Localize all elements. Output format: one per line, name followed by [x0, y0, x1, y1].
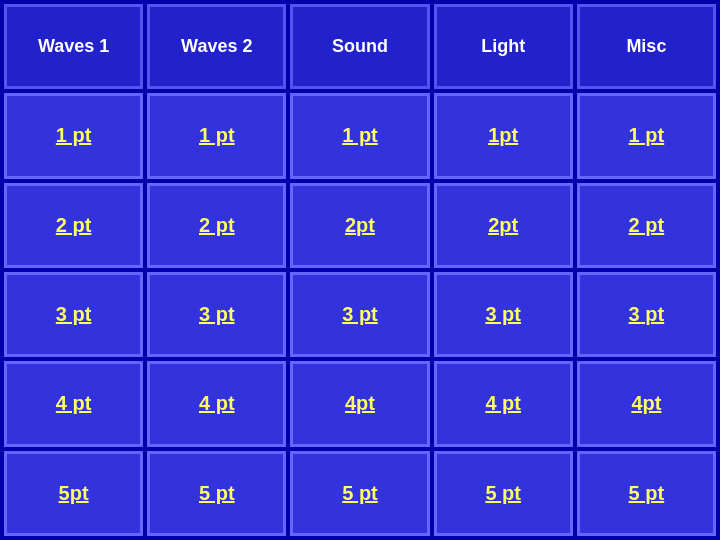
cell-row5-col4[interactable]: 5 pt [577, 451, 716, 536]
cell-row4-col1[interactable]: 4 pt [147, 361, 286, 446]
cell-label-row3-col1: 3 pt [199, 303, 235, 326]
cell-row5-col2[interactable]: 5 pt [290, 451, 429, 536]
cell-label-row4-col0: 4 pt [56, 392, 92, 415]
cell-label-row5-col3: 5 pt [485, 482, 521, 505]
cell-label-row2-col0: 2 pt [56, 214, 92, 237]
header-label-4: Misc [626, 36, 666, 57]
header-label-3: Light [481, 36, 525, 57]
cell-label-row1-col0: 1 pt [56, 124, 92, 147]
cell-label-row3-col4: 3 pt [629, 303, 665, 326]
cell-label-row1-col1: 1 pt [199, 124, 235, 147]
cell-label-row4-col2: 4pt [345, 392, 375, 415]
header-label-0: Waves 1 [38, 36, 109, 57]
cell-row5-col0[interactable]: 5pt [4, 451, 143, 536]
cell-row1-col4[interactable]: 1 pt [577, 93, 716, 178]
cell-row1-col2[interactable]: 1 pt [290, 93, 429, 178]
cell-label-row2-col4: 2 pt [629, 214, 665, 237]
cell-label-row2-col3: 2pt [488, 214, 518, 237]
cell-label-row3-col2: 3 pt [342, 303, 378, 326]
header-label-2: Sound [332, 36, 388, 57]
header-cell-1: Waves 2 [147, 4, 286, 89]
cell-row3-col1[interactable]: 3 pt [147, 272, 286, 357]
cell-label-row4-col3: 4 pt [485, 392, 521, 415]
cell-row4-col3[interactable]: 4 pt [434, 361, 573, 446]
cell-row5-col1[interactable]: 5 pt [147, 451, 286, 536]
cell-row4-col4[interactable]: 4pt [577, 361, 716, 446]
cell-row3-col3[interactable]: 3 pt [434, 272, 573, 357]
cell-row1-col3[interactable]: 1pt [434, 93, 573, 178]
cell-label-row2-col1: 2 pt [199, 214, 235, 237]
header-cell-0: Waves 1 [4, 4, 143, 89]
cell-label-row1-col2: 1 pt [342, 124, 378, 147]
cell-label-row5-col2: 5 pt [342, 482, 378, 505]
cell-row5-col3[interactable]: 5 pt [434, 451, 573, 536]
header-cell-3: Light [434, 4, 573, 89]
cell-label-row1-col4: 1 pt [629, 124, 665, 147]
cell-label-row5-col4: 5 pt [629, 482, 665, 505]
cell-label-row4-col4: 4pt [631, 392, 661, 415]
cell-label-row3-col0: 3 pt [56, 303, 92, 326]
cell-row3-col4[interactable]: 3 pt [577, 272, 716, 357]
header-label-1: Waves 2 [181, 36, 252, 57]
cell-row2-col0[interactable]: 2 pt [4, 183, 143, 268]
cell-row2-col4[interactable]: 2 pt [577, 183, 716, 268]
cell-label-row3-col3: 3 pt [485, 303, 521, 326]
cell-row4-col2[interactable]: 4pt [290, 361, 429, 446]
header-cell-4: Misc [577, 4, 716, 89]
cell-label-row4-col1: 4 pt [199, 392, 235, 415]
cell-row3-col0[interactable]: 3 pt [4, 272, 143, 357]
cell-row4-col0[interactable]: 4 pt [4, 361, 143, 446]
cell-row1-col1[interactable]: 1 pt [147, 93, 286, 178]
cell-label-row2-col2: 2pt [345, 214, 375, 237]
cell-row2-col2[interactable]: 2pt [290, 183, 429, 268]
header-cell-2: Sound [290, 4, 429, 89]
cell-row3-col2[interactable]: 3 pt [290, 272, 429, 357]
cell-label-row5-col1: 5 pt [199, 482, 235, 505]
cell-row2-col3[interactable]: 2pt [434, 183, 573, 268]
cell-row2-col1[interactable]: 2 pt [147, 183, 286, 268]
cell-row1-col0[interactable]: 1 pt [4, 93, 143, 178]
jeopardy-grid: Waves 1Waves 2SoundLightMisc1 pt1 pt1 pt… [0, 0, 720, 540]
cell-label-row1-col3: 1pt [488, 124, 518, 147]
cell-label-row5-col0: 5pt [59, 482, 89, 505]
